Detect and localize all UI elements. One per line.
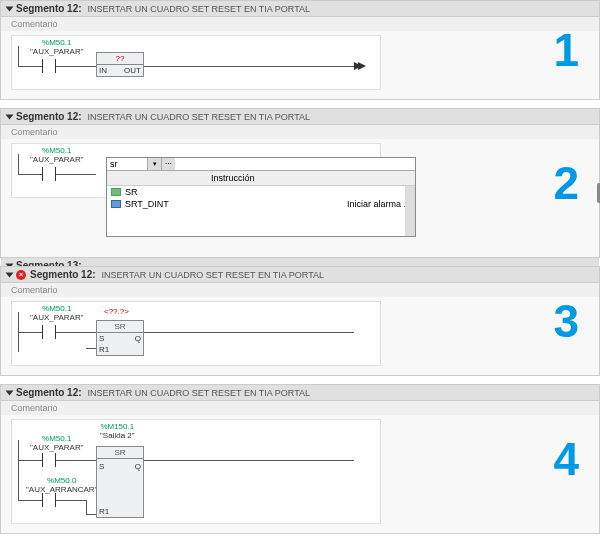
tag-address: %M50.1 [30,304,84,313]
step-1: 1 Segmento 12: INSERTAR UN CUADRO SET RE… [0,0,600,100]
comment-field[interactable]: Comentario [1,17,599,31]
step-4: 4 Segmento 12: INSERTAR UN CUADRO SET RE… [0,384,600,534]
block-type-label: SR [97,447,143,459]
segment-title: Segmento 12: [16,3,82,14]
segment-title: Segmento 12: [30,269,96,280]
pin-s[interactable]: S [99,334,104,343]
sr-operand[interactable]: %M150.1 "Salida 2" [100,422,135,440]
step-2: 2 Segmento 12: INSERTAR UN CUADRO SET RE… [0,108,600,258]
segment-desc: INSERTAR UN CUADRO SET RESET EN TIA PORT… [102,270,324,280]
missing-operand[interactable]: <??.?> [104,307,129,316]
empty-block[interactable]: ?? IN OUT [96,52,144,77]
dropdown-item-srt-dint[interactable]: SRT_DINT Iniciar alarma ... [107,198,415,210]
tag-address: %M50.1 [30,146,84,155]
pin-out: OUT [124,66,141,75]
block-title-unknown: ?? [97,53,143,65]
collapse-arrow-icon[interactable] [6,6,14,11]
sr-block-icon [111,188,121,196]
segment-header[interactable]: Segmento 12: INSERTAR UN CUADRO SET RESE… [1,385,599,401]
comment-field[interactable]: Comentario [1,283,599,297]
comment-field[interactable]: Comentario [1,401,599,415]
dropdown-list[interactable]: SR SRT_DINT Iniciar alarma ... [107,186,415,236]
collapse-arrow-icon[interactable] [6,272,14,277]
dropdown-header: Instrucción [107,171,415,186]
pin-q[interactable]: Q [135,334,141,343]
no-contact-1[interactable] [42,453,56,467]
segment-header[interactable]: Segmento 12: INSERTAR UN CUADRO SET RESE… [1,109,599,125]
collapse-arrow-icon[interactable] [6,114,14,119]
step-number-3: 3 [553,294,579,348]
step-number-1: 1 [553,23,579,77]
tag-label[interactable]: %M50.1 "AUX_PARAR" [30,146,84,164]
sr-block[interactable]: SR S Q R1 [96,320,144,356]
tag-label[interactable]: %M50.1 "AUX_PARAR" [30,38,84,56]
dropdown-item-sr[interactable]: SR [107,186,415,198]
block-type-label: SR [97,321,143,333]
pin-in: IN [99,66,107,75]
no-contact[interactable] [42,167,56,181]
rung-arrow-icon [354,62,362,70]
no-contact[interactable] [42,325,56,339]
col-instruction: Instrucción [207,171,327,185]
operand-address: %M150.1 [100,422,135,431]
dropdown-button-2[interactable]: ⋯ [161,158,175,170]
tag-address: %M50.0 [26,476,97,485]
tag-symbol: "AUX_PARAR" [30,313,84,322]
tag-label[interactable]: %M50.1 "AUX_PARAR" [30,304,84,322]
segment-desc: INSERTAR UN CUADRO SET RESET EN TIA PORT… [88,4,310,14]
comment-field[interactable]: Comentario [1,125,599,139]
segment-title: Segmento 12: [16,111,82,122]
tag-label-1[interactable]: %M50.1 "AUX_PARAR" [30,434,84,452]
tag-symbol: "AUX_PARAR" [30,47,84,56]
collapse-arrow-icon[interactable] [6,390,14,395]
network-editor[interactable]: %M50.1 "AUX_PARAR" ?? IN OUT [11,35,381,90]
pin-s[interactable]: S [99,462,104,471]
operand-symbol: "Salida 2" [100,431,135,440]
step-number-2: 2 [553,156,579,210]
network-editor[interactable]: %M50.1 "AUX_PARAR" <??.?> SR S Q R1 [11,301,381,366]
tag-address: %M50.1 [30,434,84,443]
tag-symbol: "AUX_ARRANCAR" [26,485,97,494]
no-contact[interactable] [42,59,56,73]
tag-label-2[interactable]: %M50.0 "AUX_ARRANCAR" [26,476,97,494]
tag-symbol: "AUX_PARAR" [30,155,84,164]
segment-title: Segmento 12: [16,387,82,398]
segment-header[interactable]: Segmento 12: INSERTAR UN CUADRO SET RESE… [1,1,599,17]
instruction-autocomplete[interactable]: ▾ ⋯ Instrucción SR SRT_DINT Iniciar alar… [106,157,416,237]
segment-header[interactable]: × Segmento 12: INSERTAR UN CUADRO SET RE… [1,267,599,283]
search-input[interactable] [107,158,147,170]
tag-symbol: "AUX_PARAR" [30,443,84,452]
tag-address: %M50.1 [30,38,84,47]
dropdown-scrollbar[interactable] [405,186,415,236]
pin-q[interactable]: Q [135,462,141,471]
step-3: 3 × Segmento 12: INSERTAR UN CUADRO SET … [0,266,600,376]
segment-desc: INSERTAR UN CUADRO SET RESET EN TIA PORT… [88,112,310,122]
sr-block[interactable]: SR S Q R1 [96,446,144,518]
error-icon: × [16,270,26,280]
datatype-icon [111,200,121,208]
pin-r1[interactable]: R1 [99,507,109,516]
dropdown-button-1[interactable]: ▾ [147,158,161,170]
network-editor[interactable]: %M50.1 "AUX_PARAR" %M50.0 "AUX_ARRANCAR"… [11,419,381,524]
step-number-4: 4 [553,432,579,486]
pin-r1[interactable]: R1 [99,345,109,354]
segment-desc: INSERTAR UN CUADRO SET RESET EN TIA PORT… [88,388,310,398]
no-contact-2[interactable] [42,493,56,507]
